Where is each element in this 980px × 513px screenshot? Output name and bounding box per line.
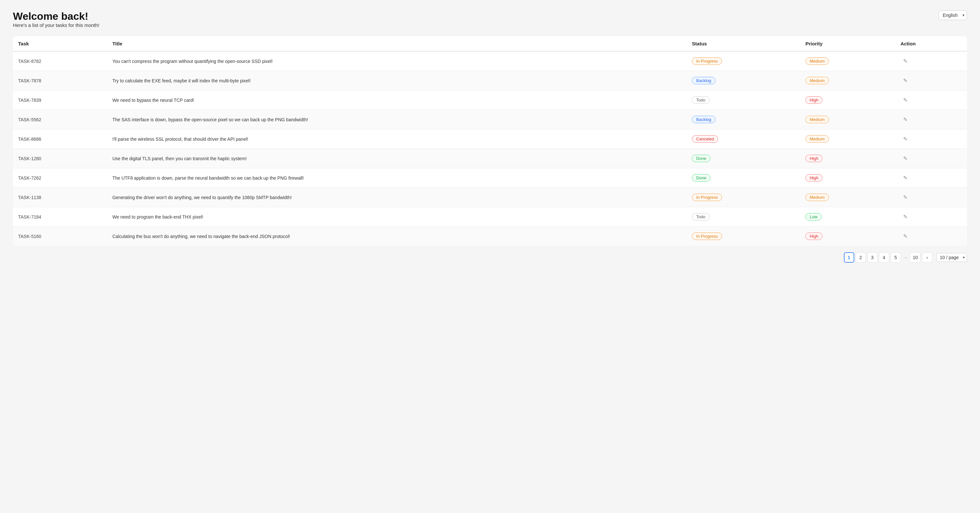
task-id: TASK-1138: [13, 188, 107, 207]
task-title: The UTF8 application is down, parse the …: [107, 168, 687, 188]
task-action: ✎: [896, 227, 967, 246]
task-priority: Medium: [800, 188, 895, 207]
table-row: TASK-5562 The SAS interface is down, byp…: [13, 110, 967, 129]
page-btn-2[interactable]: 2: [856, 252, 866, 263]
task-action: ✎: [896, 168, 967, 188]
task-id: TASK-7184: [13, 207, 107, 227]
task-priority: High: [800, 149, 895, 168]
edit-button[interactable]: ✎: [900, 96, 910, 104]
page-dots: ···: [902, 255, 909, 260]
priority-badge: Medium: [805, 77, 829, 84]
status-badge: Todo: [692, 96, 710, 104]
table-row: TASK-7878 Try to calculate the EXE feed,…: [13, 71, 967, 91]
status-badge: Done: [692, 174, 710, 182]
language-select[interactable]: English: [939, 10, 967, 20]
edit-button[interactable]: ✎: [900, 193, 910, 202]
table-row: TASK-1280 Use the digital TLS panel, the…: [13, 149, 967, 168]
edit-button[interactable]: ✎: [900, 57, 910, 65]
task-id: TASK-1280: [13, 149, 107, 168]
task-title: Use the digital TLS panel, then you can …: [107, 149, 687, 168]
table-row: TASK-7262 The UTF8 application is down, …: [13, 168, 967, 188]
task-title: I'll parse the wireless SSL protocol, th…: [107, 129, 687, 149]
task-status: Canceled: [687, 129, 800, 149]
page-btn-4[interactable]: 4: [879, 252, 889, 263]
table-row: TASK-8686 I'll parse the wireless SSL pr…: [13, 129, 967, 149]
task-action: ✎: [896, 207, 967, 227]
status-badge: In Progress: [692, 194, 722, 201]
status-badge: Todo: [692, 213, 710, 220]
task-priority: Medium: [800, 71, 895, 91]
page-btn-5[interactable]: 5: [891, 252, 901, 263]
edit-button[interactable]: ✎: [900, 135, 910, 143]
status-badge: In Progress: [692, 233, 722, 240]
task-status: In Progress: [687, 227, 800, 246]
task-priority: High: [800, 168, 895, 188]
task-priority: Low: [800, 207, 895, 227]
task-status: Backlog: [687, 110, 800, 129]
priority-badge: High: [805, 96, 822, 104]
task-id: TASK-5160: [13, 227, 107, 246]
col-task: Task: [13, 36, 107, 51]
col-action: Action: [896, 36, 967, 51]
table-row: TASK-8782 You can't compress the program…: [13, 51, 967, 71]
task-status: Done: [687, 149, 800, 168]
task-title: Try to calculate the EXE feed, maybe it …: [107, 71, 687, 91]
task-priority: High: [800, 91, 895, 110]
task-priority: Medium: [800, 51, 895, 71]
task-action: ✎: [896, 51, 967, 71]
edit-button[interactable]: ✎: [900, 174, 910, 182]
page-btn-1[interactable]: 1: [844, 252, 854, 263]
task-priority: High: [800, 227, 895, 246]
status-badge: Backlog: [692, 116, 715, 123]
task-action: ✎: [896, 71, 967, 91]
priority-badge: Medium: [805, 116, 829, 123]
task-priority: Medium: [800, 129, 895, 149]
col-priority: Priority: [800, 36, 895, 51]
task-action: ✎: [896, 149, 967, 168]
priority-badge: Low: [805, 213, 821, 220]
task-title: The SAS interface is down, bypass the op…: [107, 110, 687, 129]
status-badge: Canceled: [692, 135, 718, 143]
page-next-btn[interactable]: ›: [922, 252, 932, 263]
task-title: You can't compress the program without q…: [107, 51, 687, 71]
col-title: Title: [107, 36, 687, 51]
status-badge: Done: [692, 155, 710, 162]
task-title: Calculating the bus won't do anything, w…: [107, 227, 687, 246]
page-subtitle: Here's a list of your tasks for this mon…: [13, 22, 99, 28]
page-btn-3[interactable]: 3: [867, 252, 878, 263]
task-action: ✎: [896, 188, 967, 207]
task-title: We need to bypass the neural TCP card!: [107, 91, 687, 110]
status-badge: In Progress: [692, 57, 722, 65]
edit-button[interactable]: ✎: [900, 115, 910, 124]
task-id: TASK-5562: [13, 110, 107, 129]
priority-badge: Medium: [805, 194, 829, 201]
task-action: ✎: [896, 110, 967, 129]
status-badge: Backlog: [692, 77, 715, 84]
edit-button[interactable]: ✎: [900, 212, 910, 221]
edit-button[interactable]: ✎: [900, 232, 910, 241]
edit-button[interactable]: ✎: [900, 76, 910, 85]
edit-button[interactable]: ✎: [900, 154, 910, 163]
task-status: In Progress: [687, 51, 800, 71]
task-priority: Medium: [800, 110, 895, 129]
page-btn-10[interactable]: 10: [910, 252, 921, 263]
task-id: TASK-8686: [13, 129, 107, 149]
priority-badge: Medium: [805, 57, 829, 65]
task-id: TASK-8782: [13, 51, 107, 71]
table-row: TASK-5160 Calculating the bus won't do a…: [13, 227, 967, 246]
task-id: TASK-7839: [13, 91, 107, 110]
priority-badge: Medium: [805, 135, 829, 143]
page-title: Welcome back!: [13, 10, 99, 22]
task-status: Todo: [687, 207, 800, 227]
task-action: ✎: [896, 91, 967, 110]
tasks-table: Task Title Status Priority Action TASK-8…: [13, 36, 967, 246]
table-row: TASK-7184 We need to program the back-en…: [13, 207, 967, 227]
task-id: TASK-7262: [13, 168, 107, 188]
task-action: ✎: [896, 129, 967, 149]
priority-badge: High: [805, 155, 822, 162]
pagination: 1 2 3 4 5 ··· 10 › 10 / page 20 / page 5…: [13, 252, 967, 263]
per-page-select[interactable]: 10 / page 20 / page 50 / page: [936, 253, 967, 262]
task-status: Backlog: [687, 71, 800, 91]
task-title: We need to program the back-end THX pixe…: [107, 207, 687, 227]
task-status: In Progress: [687, 188, 800, 207]
